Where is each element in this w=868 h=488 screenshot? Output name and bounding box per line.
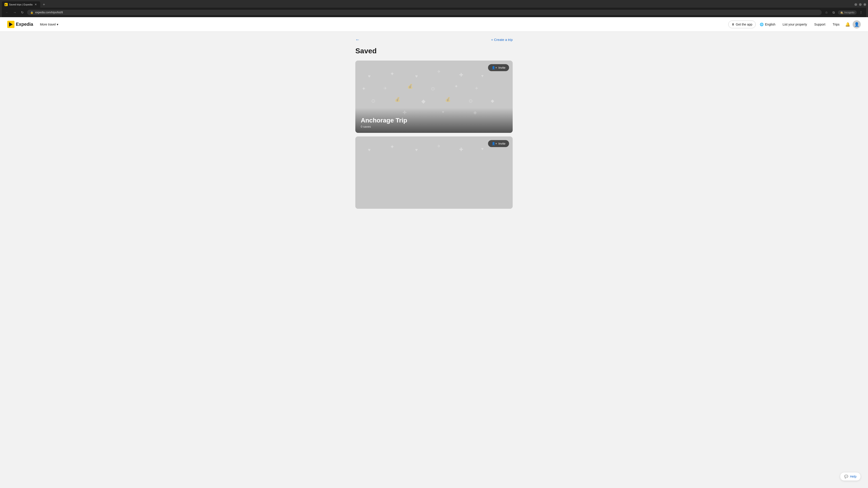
lock-icon: 🔒 [30,11,33,14]
active-tab[interactable]: E Saved trips | Expedia ✕ [2,1,40,8]
more-travel-label: More travel [40,23,56,26]
pattern-icon: ⊙ [371,98,375,104]
back-button[interactable]: ← [355,37,360,42]
bell-icon: 🔔 [845,22,850,27]
download-icon: ⬇ [732,23,735,26]
pattern-icon: ⊙ [469,98,473,104]
pattern-icon: ◆ [491,98,494,103]
toolbar-actions: ☆ ⧉ 🕵 Incognito ⋮ [824,9,864,15]
new-tab-button[interactable]: + [41,2,47,7]
pattern-icon: ✦ [362,86,366,92]
more-travel-button[interactable]: More travel ▾ [38,21,61,28]
svg-text:E: E [5,3,7,6]
pattern-icon: ◆ [421,98,426,104]
pattern-icon: ✈ [437,69,440,74]
header-actions: ⬇ Get the app 🌐 English List your proper… [728,20,861,29]
pattern-icon: ✦ [390,144,395,150]
pattern-icon: 💰 [395,97,400,102]
list-property-button[interactable]: List your property [779,21,810,28]
pattern-icon: ♥ [481,147,484,151]
logo[interactable]: Expedia [7,21,33,28]
pattern-icon: 💰 [407,84,413,89]
pattern-icon: ♥ [368,74,371,79]
support-button[interactable]: Support [811,21,829,28]
card-overlay: Anchorage Trip 0 saves [355,108,513,133]
tab-bar: E Saved trips | Expedia ✕ + — □ ✕ [2,1,866,8]
pattern-icon: 💰 [445,97,451,102]
notification-button[interactable]: 🔔 [844,20,852,29]
top-navigation: ← + Create a trip [355,37,513,42]
incognito-badge[interactable]: 🕵 Incognito [838,10,857,15]
browser-chrome: E Saved trips | Expedia ✕ + — □ ✕ ← → ↻ … [0,0,868,17]
pattern-icon: ✚ [459,72,463,78]
invite-label-2: Invite [498,142,505,145]
create-trip-label: + Create a trip [491,38,513,41]
refresh-button[interactable]: ↻ [20,9,25,15]
chat-icon: 💬 [844,475,848,478]
trip-card[interactable]: ♥ ✦ ♥ ✈ ✚ ♥ ✦ ✈ 💰 ⊙ ✦ ✈ ⊙ 💰 ◆ 💰 ⊙ ◆ ✚ ♥ … [355,61,513,133]
invite-button-2[interactable]: 👤+ Invite [488,140,509,147]
pattern-icon: ⊙ [431,86,435,92]
bookmark-icon[interactable]: ☆ [824,9,829,15]
invite-icon-2: 👤+ [492,142,497,145]
get-app-button[interactable]: ⬇ Get the app [728,21,756,28]
globe-icon: 🌐 [760,23,764,26]
address-bar[interactable]: 🔒 expedia.com/trips/list/8 [27,10,822,15]
invite-label: Invite [498,66,505,69]
invite-button[interactable]: 👤+ Invite [488,64,509,71]
tab-favicon: E [4,3,8,6]
pattern-icon: ✈ [383,86,387,91]
pattern-icon: ✈ [437,144,440,149]
expedia-logo-icon [7,21,14,28]
main-content: ← + Create a trip Saved ♥ ✦ ♥ ✈ ✚ ♥ ✦ ✈ … [348,32,520,218]
trip-saves: 0 saves [361,125,507,128]
sidebar-icon[interactable]: ⧉ [831,9,837,15]
pattern-icon: ♥ [415,147,418,153]
language-label: English [765,23,775,26]
app-header: Expedia More travel ▾ ⬇ Get the app 🌐 En… [0,17,868,32]
url-text: expedia.com/trips/list/8 [35,11,818,14]
trip-card-partial[interactable]: ♥ ✦ ♥ ✈ ✚ ♥ 👤+ Invite [355,136,513,209]
trip-name: Anchorage Trip [361,117,507,124]
tab-title: Saved trips | Expedia [9,3,33,6]
incognito-label: Incognito [844,11,855,14]
list-property-label: List your property [782,23,807,26]
support-label: Support [814,23,825,26]
incognito-icon: 🕵 [840,11,843,14]
pattern-icon: ✚ [459,147,463,153]
window-controls: — □ ✕ [855,3,866,6]
pattern-icon: ♥ [481,74,484,78]
create-trip-button[interactable]: + Create a trip [491,38,513,41]
browser-toolbar: ← → ↻ 🔒 expedia.com/trips/list/8 ☆ ⧉ 🕵 I… [2,8,866,17]
pattern-icon: ♥ [415,74,418,79]
chevron-down-icon: ▾ [57,23,58,26]
tab-close-button[interactable]: ✕ [34,3,37,6]
forward-nav-button[interactable]: → [12,9,18,15]
trips-label: Trips [833,23,839,26]
help-button[interactable]: 💬 Help [840,472,861,481]
minimize-button[interactable]: — [855,3,857,6]
trips-button[interactable]: Trips [829,21,843,28]
maximize-button[interactable]: □ [859,3,862,6]
page-title: Saved [355,47,513,55]
user-icon: 👤 [854,22,859,27]
logo-text: Expedia [16,22,33,27]
language-button[interactable]: 🌐 English [756,21,778,28]
get-app-label: Get the app [736,23,752,26]
pattern-icon: ✈ [475,86,478,91]
back-nav-button[interactable]: ← [4,9,10,15]
menu-icon[interactable]: ⋮ [858,9,864,15]
user-avatar-button[interactable]: 👤 [852,20,861,29]
close-button[interactable]: ✕ [864,3,866,6]
pattern-icon: ♥ [368,147,371,153]
card-pattern-background: ♥ ✦ ♥ ✈ ✚ ♥ [355,136,513,209]
pattern-icon: ✦ [454,84,458,89]
pattern-icon: ✦ [390,71,395,77]
invite-icon: 👤+ [492,66,497,69]
help-label: Help [850,475,857,478]
